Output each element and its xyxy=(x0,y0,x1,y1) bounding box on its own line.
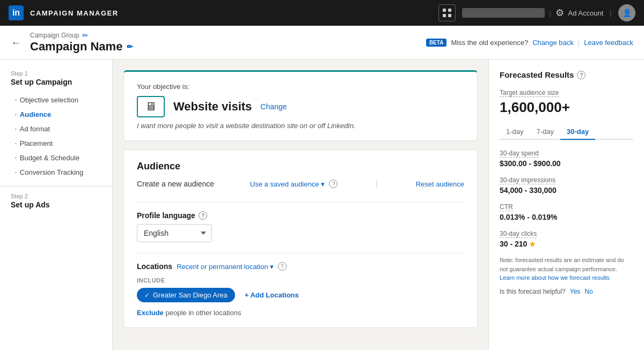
change-back-link[interactable]: Change back xyxy=(532,39,574,47)
topnav-right-area: ●●●●●●●●●●●●● | ⚙ Ad Account | 👤 xyxy=(438,4,635,21)
add-locations-button[interactable]: + Add Locations xyxy=(245,291,299,299)
learn-more-link[interactable]: Learn more about how we forecast results xyxy=(500,274,610,281)
saved-audience-help-icon[interactable]: ? xyxy=(329,180,338,188)
include-label: INCLUDE xyxy=(137,277,464,284)
campaign-group-label: Campaign Group ✏ xyxy=(30,31,418,40)
tab-30day[interactable]: 30-day xyxy=(560,124,595,140)
spend-value: $300.00 - $900.00 xyxy=(500,159,633,168)
locations-label: Locations xyxy=(137,262,172,271)
nav-divider: | xyxy=(549,9,551,17)
location-tags-row: ✓ Greater San Diego Area + Add Locations xyxy=(137,288,464,302)
main-layout: Step 1 Set up Campaign • Objective selec… xyxy=(0,59,644,350)
bullet-icon: • xyxy=(15,126,17,131)
avatar[interactable]: 👤 xyxy=(618,4,635,21)
bullet-icon: • xyxy=(15,141,17,146)
reset-audience-button[interactable]: Reset audience xyxy=(416,180,464,188)
svg-rect-3 xyxy=(448,14,451,17)
tab-1day[interactable]: 1-day xyxy=(500,124,530,140)
profile-language-label: Profile language ? xyxy=(137,211,464,220)
back-button[interactable]: ← xyxy=(11,36,21,49)
tab-7day[interactable]: 7-day xyxy=(530,124,561,140)
objective-card: Your objective is: 🖥 Website visits Chan… xyxy=(123,70,478,141)
app-title: CAMPAIGN MANAGER xyxy=(30,9,119,17)
change-objective-button[interactable]: Change xyxy=(260,102,287,111)
sidebar-item-audience[interactable]: • Audience xyxy=(0,107,112,122)
objective-icon-box: 🖥 xyxy=(137,96,165,117)
clicks-label: 30-day clicks xyxy=(500,230,537,238)
forecast-note: Note: forecasted results are an estimate… xyxy=(500,256,633,282)
svg-rect-0 xyxy=(443,9,446,12)
impressions-label: 30-day impressions xyxy=(500,176,555,184)
audience-card: Audience Create a new audience Use a sav… xyxy=(123,150,478,328)
section-divider xyxy=(137,202,464,203)
forecast-help-icon[interactable]: ? xyxy=(577,71,586,79)
exclude-row: Exclude people in other locations xyxy=(137,309,464,317)
forecast-helpful-row: Is this forecast helpful? Yes No xyxy=(500,288,633,295)
location-type-help-icon[interactable]: ? xyxy=(278,262,287,271)
locations-divider xyxy=(137,253,464,254)
profile-language-select[interactable]: English Spanish French German Chinese xyxy=(137,224,212,242)
objective-label: Your objective is: xyxy=(137,83,464,91)
sidebar: Step 1 Set up Campaign • Objective selec… xyxy=(0,59,113,350)
spend-label: 30-day spend xyxy=(500,150,539,158)
ctr-label: CTR xyxy=(500,203,513,211)
audience-size-value: 1,600,000+ xyxy=(500,99,633,116)
audience-size-label: Target audience size xyxy=(500,89,559,97)
svg-rect-2 xyxy=(443,14,446,17)
saved-audience-area: Use a saved audience ▾ ? xyxy=(250,180,338,188)
website-icon: 🖥 xyxy=(145,100,157,114)
create-audience-label: Create a new audience xyxy=(137,180,214,188)
forecast-no-button[interactable]: No xyxy=(584,288,592,295)
campaign-name-edit-icon[interactable]: ✏ xyxy=(127,42,133,51)
forecasted-results-title: Forecasted Results ? xyxy=(500,70,633,79)
step2-label: Step 2 xyxy=(0,193,112,200)
bullet-icon: • xyxy=(15,98,17,102)
sidebar-item-budget[interactable]: • Budget & Schedule xyxy=(0,151,112,165)
location-type-button[interactable]: Recent or permanent location ▾ xyxy=(177,263,274,271)
star-icon: ★ xyxy=(529,240,536,248)
sidebar-item-placement[interactable]: • Placement xyxy=(0,136,112,151)
impressions-value: 54,000 - 330,000 xyxy=(500,186,633,195)
day-tabs: 1-day 7-day 30-day xyxy=(500,124,633,140)
grid-icon-button[interactable] xyxy=(438,4,456,21)
beta-notice: BETA Miss the old experience? Change bac… xyxy=(426,39,633,47)
bullet-icon: • xyxy=(15,170,17,175)
sidebar-item-ad-format[interactable]: • Ad format xyxy=(0,122,112,136)
locations-section: Locations Recent or permanent location ▾… xyxy=(137,262,464,317)
exclude-link[interactable]: Exclude xyxy=(137,309,164,317)
objective-content: 🖥 Website visits Change xyxy=(137,96,464,117)
account-email: ●●●●●●●●●●●●● xyxy=(462,8,545,18)
sidebar-divider xyxy=(0,186,112,187)
linkedin-logo: in xyxy=(9,5,24,20)
svg-rect-1 xyxy=(448,9,451,12)
locations-row: Locations Recent or permanent location ▾… xyxy=(137,262,464,271)
objective-description: I want more people to visit a website de… xyxy=(137,122,464,130)
sidebar-item-conversion[interactable]: • Conversion Tracking xyxy=(0,165,112,180)
forecast-yes-button[interactable]: Yes xyxy=(570,288,581,295)
ctr-metric: CTR 0.013% - 0.019% xyxy=(500,202,633,221)
step1-label: Step 1 xyxy=(0,70,112,78)
grid-icon xyxy=(442,8,452,18)
bullet-icon: • xyxy=(15,155,17,160)
settings-icon[interactable]: ⚙ xyxy=(555,7,564,19)
profile-language-help-icon[interactable]: ? xyxy=(199,211,207,220)
objective-name: Website visits xyxy=(173,100,252,114)
content-area: Your objective is: 🖥 Website visits Chan… xyxy=(113,59,488,350)
step1-title: Set up Campaign xyxy=(0,78,112,93)
bullet-icon: • xyxy=(15,112,17,117)
leave-feedback-link[interactable]: Leave feedback xyxy=(584,39,633,47)
location-tag-san-diego[interactable]: ✓ Greater San Diego Area xyxy=(137,288,235,302)
use-saved-audience-btn[interactable]: Use a saved audience ▾ xyxy=(250,180,325,188)
profile-language-section: Profile language ? English Spanish Frenc… xyxy=(137,211,464,242)
spend-metric: 30-day spend $300.00 - $900.00 xyxy=(500,148,633,168)
campaign-group-edit-icon[interactable]: ✏ xyxy=(82,31,89,40)
right-panel: Forecasted Results ? Target audience siz… xyxy=(488,59,644,350)
sidebar-item-objective[interactable]: • Objective selection xyxy=(0,93,112,107)
ctr-value: 0.013% - 0.019% xyxy=(500,213,633,221)
clicks-value: 30 - 210 ★ xyxy=(500,240,633,248)
account-label: Ad Account xyxy=(568,9,604,17)
campaign-info: Campaign Group ✏ Campaign Name ✏ xyxy=(30,31,418,54)
clicks-metric: 30-day clicks 30 - 210 ★ xyxy=(500,229,633,248)
step2-title: Set up Ads xyxy=(0,200,112,215)
top-navigation: in CAMPAIGN MANAGER ●●●●●●●●●●●●● | ⚙ Ad… xyxy=(0,0,644,26)
